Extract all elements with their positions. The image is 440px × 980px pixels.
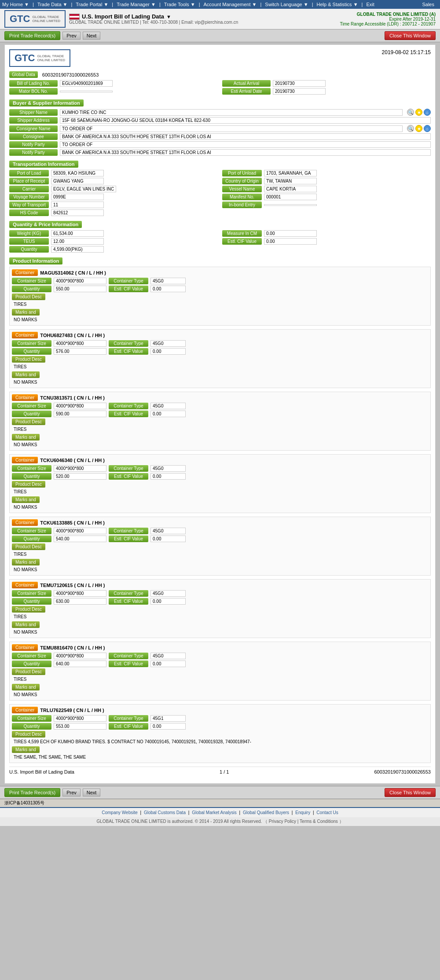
container-id-row-1: Container TOHU6827483 ( CN / L / HH ) bbox=[12, 332, 428, 338]
container-id-row-0: Container MAGU5314062 ( CN / L / HH ) bbox=[12, 269, 428, 276]
nav-help[interactable]: Help & Statistics ▼ bbox=[317, 2, 358, 7]
consignee-name-label: Consignee Name bbox=[9, 125, 58, 132]
status-bar: 浙ICP备14031305号 bbox=[0, 799, 440, 807]
print-button-top[interactable]: Print Trade Record(s) bbox=[4, 31, 60, 40]
search-icon-consignee[interactable]: 🔍 bbox=[407, 125, 414, 132]
container-label-1: Container bbox=[12, 332, 38, 338]
shipper-address-value: 15F 68 SAEMUNAN-RO JONGNO-GU SEOUL 03184… bbox=[60, 117, 431, 124]
prev-button-bottom[interactable]: Prev bbox=[62, 789, 81, 796]
container-size-row-1: Container Size 4000*900*800 Container Ty… bbox=[12, 340, 428, 347]
container-marks-label-2: Marks and bbox=[12, 434, 40, 440]
container-type-value-5: 45G0 bbox=[150, 590, 186, 597]
nav-home[interactable]: My Home ▼ bbox=[2, 2, 29, 7]
star-icon-consignee[interactable]: ★ bbox=[415, 125, 422, 132]
notify-party-value1: TO ORDER OF bbox=[60, 141, 431, 148]
close-button-top[interactable]: Close This Window bbox=[385, 31, 436, 40]
nav-trade-manager[interactable]: Trade Manager ▼ bbox=[117, 2, 156, 7]
container-product-desc-value-0: TIRES bbox=[12, 301, 428, 308]
nav-language[interactable]: Switch Language ▼ bbox=[265, 2, 308, 7]
manifest-no-value: 000001 bbox=[264, 194, 317, 200]
footer-enquiry-link[interactable]: Enquiry bbox=[295, 810, 310, 815]
container-quantity-value-4: 540.00 bbox=[54, 536, 106, 542]
search-icon-shipper[interactable]: 🔍 bbox=[407, 109, 414, 116]
nav-separator-5: | bbox=[199, 2, 200, 7]
container-size-label-5: Container Size bbox=[12, 590, 51, 597]
container-marks-label-row-3: Marks and bbox=[12, 496, 428, 503]
container-product-desc-value-5: TIRES bbox=[12, 613, 428, 620]
logo-subtitle: GLOBAL TRADEONLINE LIMITED bbox=[32, 15, 60, 23]
footer-market-link[interactable]: Global Market Analysis bbox=[192, 810, 237, 815]
footer-contact-link[interactable]: Contact Us bbox=[316, 810, 338, 815]
nav-exit[interactable]: Exit bbox=[366, 2, 374, 7]
container-size-value-7: 4000*900*800 bbox=[54, 715, 106, 722]
nav-account[interactable]: Account Management ▼ bbox=[204, 2, 257, 7]
container-quantity-value-1: 576.00 bbox=[54, 348, 106, 355]
home-icon-consignee[interactable]: ⌂ bbox=[424, 125, 431, 132]
company-name: GLOBAL TRADE ONLINE LIMITED bbox=[69, 20, 139, 25]
voyage-number-label: Voyage Number bbox=[9, 194, 49, 200]
container-size-row-0: Container Size 4000*900*800 Container Ty… bbox=[12, 278, 428, 284]
container-type-label-3: Container Type bbox=[109, 465, 148, 472]
nav-trade-portal[interactable]: Trade Portal ▼ bbox=[76, 2, 108, 7]
container-size-value-0: 4000*900*800 bbox=[54, 278, 106, 284]
container-id-7: TRLU7622549 ( CN / L / HH ) bbox=[40, 708, 104, 713]
nav-separator-1: | bbox=[33, 2, 34, 7]
print-button-bottom[interactable]: Print Trade Record(s) bbox=[4, 788, 60, 797]
prev-button-top[interactable]: Prev bbox=[62, 32, 81, 40]
container-quantity-value-5: 630.00 bbox=[54, 598, 106, 605]
country-origin-col: Country of Origin TW, TAIWAN bbox=[222, 178, 431, 184]
container-size-row-6: Container Size 4000*900*800 Container Ty… bbox=[12, 653, 428, 659]
country-origin-value: TW, TAIWAN bbox=[264, 178, 317, 184]
container-product-desc-label-2: Product Desc bbox=[12, 418, 45, 425]
place-receipt-label: Place of Receipt bbox=[9, 178, 49, 184]
hs-code-row: HS Code 842612 bbox=[9, 209, 431, 216]
nav-trade-tools[interactable]: Trade Tools ▼ bbox=[164, 2, 195, 7]
container-size-label-4: Container Size bbox=[12, 528, 51, 534]
container-estcif-label-0: Estl. CIF Value bbox=[109, 286, 148, 292]
next-button-bottom[interactable]: Next bbox=[83, 789, 101, 796]
container-marks-value-6: NO MARKS bbox=[12, 691, 428, 698]
container-quantity-value-2: 590.00 bbox=[54, 411, 106, 417]
mator-bol-label: Mator BOL No. bbox=[9, 88, 58, 95]
footer-pagination: U.S. Import Bill of Lading Data 1 / 1 60… bbox=[9, 767, 431, 777]
nav-trade-data[interactable]: Trade Data ▼ bbox=[37, 2, 68, 7]
container-size-value-2: 4000*900*800 bbox=[54, 403, 106, 409]
footer-qualified-link[interactable]: Global Qualified Buyers bbox=[243, 810, 289, 815]
consignee-name-value: TO ORDER OF bbox=[60, 125, 403, 132]
home-icon-shipper[interactable]: ⌂ bbox=[424, 109, 431, 116]
container-label-7: Container bbox=[12, 707, 38, 713]
container-estcif-value-6: 0.00 bbox=[150, 661, 186, 667]
nav-sales[interactable]: Sales bbox=[422, 2, 434, 7]
container-marks-label-row-7: Marks and bbox=[12, 746, 428, 753]
container-type-value-6: 45G0 bbox=[150, 653, 186, 659]
star-icon-shipper[interactable]: ★ bbox=[415, 109, 422, 116]
footer-company-link[interactable]: Company Website bbox=[102, 810, 138, 815]
page-title: U.S. Import Bill of Lading Data bbox=[82, 13, 164, 20]
mator-bol-col: Mator BOL No. bbox=[9, 88, 218, 95]
footer-customs-link[interactable]: Global Customs Data bbox=[144, 810, 186, 815]
top-toolbar: Print Trade Record(s) Prev Next Close Th… bbox=[0, 29, 440, 42]
container-section-3: Container TCKU6046340 ( CN / L / HH ) Co… bbox=[9, 454, 431, 513]
container-product-desc-row-5: Product Desc bbox=[12, 606, 428, 613]
container-marks-label-row-2: Marks and bbox=[12, 434, 428, 440]
next-button-top[interactable]: Next bbox=[83, 32, 101, 40]
in-bond-col: In-bond Entry bbox=[222, 202, 431, 208]
transport-row1: Port of Load 58309, KAO HSIUNG Port of U… bbox=[9, 170, 431, 176]
dropdown-arrow-icon[interactable]: ▼ bbox=[166, 14, 171, 19]
notify-party-value2: BANK OF AMERICA N A 333 SOUTH HOPE STREE… bbox=[60, 149, 431, 156]
container-quantity-label-0: Quantity bbox=[12, 286, 51, 292]
quantity-row1: Weight (KG) 61,534.00 Measure In CM 0.00 bbox=[9, 230, 431, 237]
container-id-5: TEMU7120615 ( CN / L / HH ) bbox=[40, 583, 105, 588]
notify-party-label1: Notify Party bbox=[9, 141, 58, 148]
container-marks-value-4: NO MARKS bbox=[12, 566, 428, 573]
container-estcif-value-7: 0.00 bbox=[150, 723, 186, 730]
port-load-label: Port of Load bbox=[9, 170, 49, 176]
container-marks-value-3: NO MARKS bbox=[12, 504, 428, 510]
pagination-record-id: 600320190731000026553 bbox=[374, 769, 431, 774]
manifest-no-label: Manifest No. bbox=[222, 194, 262, 200]
close-button-bottom[interactable]: Close This Window bbox=[385, 788, 436, 797]
content-logo: GTC GLOBAL TRADEONLINE LIMITED bbox=[9, 49, 70, 67]
consignee-label: Consignee bbox=[9, 133, 58, 140]
company-contact-info: GLOBAL TRADE ONLINE LIMITED | Tel: 400-7… bbox=[69, 20, 238, 25]
buyer-supplier-section-label: Buyer & Supplier Information bbox=[9, 99, 84, 106]
